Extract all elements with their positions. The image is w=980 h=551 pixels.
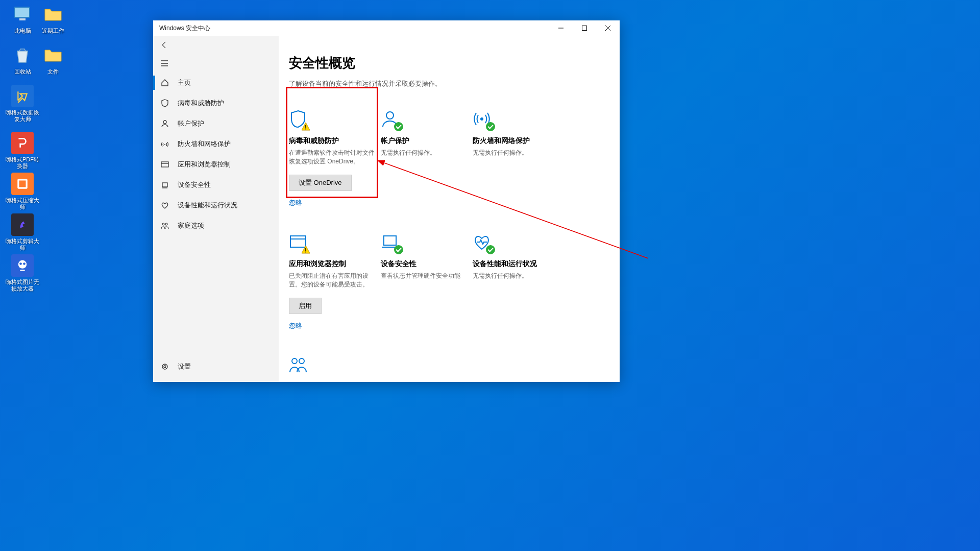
svg-rect-18 [162, 183, 167, 187]
tile-desc: 查看状态并管理硬件安全功能 [381, 272, 468, 280]
antenna-ok-icon [473, 110, 493, 129]
back-button[interactable] [153, 36, 279, 54]
tile-performance[interactable]: 设备性能和运行状况 无需执行任何操作。 [473, 228, 565, 336]
heart-ok-icon [473, 233, 493, 252]
app-icon [11, 132, 34, 154]
sidebar-item-virus[interactable]: 病毒和威胁防护 [153, 93, 279, 113]
svg-point-6 [23, 262, 26, 265]
this-pc-icon [11, 3, 34, 26]
window-icon [160, 160, 169, 169]
sidebar: 主页 病毒和威胁防护 帐户保护 防火墙和网络保护 应用和浏览器控制 [153, 36, 279, 382]
desktop-icon-label: 嗨格式数据恢复大师 [4, 109, 41, 123]
svg-point-23 [164, 366, 166, 368]
tiles-grid: 病毒和威胁防护 在遭遇勒索软件攻击时针对文件恢复选项设置 OneDrive。 设… [289, 105, 594, 382]
close-button[interactable] [596, 20, 620, 36]
shield-icon [160, 99, 169, 108]
tile-title: 防火墙和网络保护 [473, 136, 559, 146]
svg-point-22 [162, 364, 167, 369]
desktop-icon-label: 嗨格式PDF转换器 [4, 156, 41, 170]
svg-point-14 [163, 121, 166, 124]
family-icon [160, 221, 169, 230]
desktop-icon-label: 近期工作 [35, 28, 71, 34]
sidebar-item-appbrowser[interactable]: 应用和浏览器控制 [153, 154, 279, 175]
gear-icon [160, 362, 169, 371]
svg-rect-0 [14, 7, 30, 17]
page-subtitle: 了解设备当前的安全性和运行情况并采取必要操作。 [289, 79, 594, 88]
sidebar-item-home[interactable]: 主页 [153, 73, 279, 93]
tile-desc: 在遭遇勒索软件攻击时针对文件恢复选项设置 OneDrive。 [289, 149, 376, 166]
tile-family[interactable]: 家庭选项 管理你的家人使用设备的方式。 [289, 351, 381, 382]
sidebar-item-account[interactable]: 帐户保护 [153, 113, 279, 134]
desktop-icon-folder1[interactable]: 近期工作 [35, 3, 71, 34]
svg-point-25 [305, 129, 306, 130]
chip-icon [160, 180, 169, 189]
main-content: 安全性概览 了解设备当前的安全性和运行情况并采取必要操作。 病毒和威胁防护 在遭… [279, 36, 620, 382]
dismiss-link[interactable]: 忽略 [289, 321, 376, 330]
sidebar-item-label: 家庭选项 [178, 221, 204, 230]
app-icon [11, 213, 34, 236]
svg-point-31 [305, 251, 306, 252]
laptop-ok-icon [381, 233, 401, 252]
app-icon [11, 85, 34, 107]
desktop-icon-label: 文件 [35, 68, 71, 75]
shield-warning-icon [289, 110, 309, 129]
hamburger-button[interactable] [153, 54, 279, 73]
tile-title: 设备性能和运行状况 [473, 259, 559, 269]
security-center-window: Windows 安全中心 主页 病毒和威胁防护 帐户保护 [153, 20, 620, 382]
setup-onedrive-button[interactable]: 设置 OneDrive [289, 175, 352, 191]
svg-rect-8 [582, 26, 587, 31]
svg-point-15 [164, 144, 165, 145]
sidebar-settings[interactable]: 设置 [153, 356, 279, 377]
svg-rect-3 [19, 181, 26, 187]
desktop-icon-app5[interactable]: 嗨格式图片无损放大器 [4, 254, 41, 292]
desktop-icon-app3[interactable]: 嗨格式压缩大师 [4, 173, 41, 210]
person-icon [160, 119, 169, 128]
tile-appbrowser[interactable]: 应用和浏览器控制 已关闭阻止潜在有害应用的设置。您的设备可能易受攻击。 启用 忽… [289, 228, 381, 336]
desktop-icon-app2[interactable]: 嗨格式PDF转换器 [4, 132, 41, 170]
svg-point-21 [165, 223, 167, 225]
desktop-icon-app4[interactable]: 嗨格式剪辑大师 [4, 213, 41, 251]
folder-icon [42, 3, 64, 26]
sidebar-item-label: 防火墙和网络保护 [178, 139, 231, 149]
sidebar-item-label: 帐户保护 [178, 119, 204, 128]
sidebar-item-firewall[interactable]: 防火墙和网络保护 [153, 134, 279, 154]
svg-point-35 [299, 358, 304, 364]
sidebar-settings-label: 设置 [178, 362, 191, 371]
svg-rect-16 [161, 162, 168, 167]
tile-virus[interactable]: 病毒和威胁防护 在遭遇勒索软件攻击时针对文件恢复选项设置 OneDrive。 设… [289, 105, 381, 212]
family-icon [289, 356, 309, 375]
tile-title: 应用和浏览器控制 [289, 259, 376, 269]
desktop-icon-folder2[interactable]: 文件 [35, 44, 71, 75]
home-icon [160, 78, 169, 87]
tile-device[interactable]: 设备安全性 查看状态并管理硬件安全功能 [381, 228, 473, 336]
svg-point-34 [292, 358, 297, 364]
sidebar-item-label: 主页 [178, 78, 191, 87]
tile-title: 病毒和威胁防护 [289, 136, 376, 146]
enable-button[interactable]: 启用 [289, 298, 322, 314]
sidebar-item-performance[interactable]: 设备性能和运行状况 [153, 195, 279, 215]
tile-desc: 无需执行任何操作。 [473, 149, 559, 157]
maximize-button[interactable] [573, 20, 596, 36]
tile-account[interactable]: 帐户保护 无需执行任何操作。 [381, 105, 473, 212]
tile-desc: 无需执行任何操作。 [473, 272, 559, 280]
svg-point-26 [386, 112, 394, 119]
svg-point-27 [481, 118, 483, 120]
sidebar-item-label: 设备安全性 [178, 180, 211, 189]
person-ok-icon [381, 110, 401, 129]
svg-point-4 [18, 260, 27, 269]
dismiss-link[interactable]: 忽略 [289, 198, 376, 207]
app-icon [11, 254, 34, 277]
desktop-icon-app1[interactable]: 嗨格式数据恢复大师 [4, 85, 41, 123]
tile-desc: 已关闭阻止潜在有害应用的设置。您的设备可能易受攻击。 [289, 272, 376, 290]
antenna-icon [160, 139, 169, 149]
svg-rect-1 [19, 18, 26, 20]
tile-firewall[interactable]: 防火墙和网络保护 无需执行任何操作。 [473, 105, 565, 212]
sidebar-item-device[interactable]: 设备安全性 [153, 175, 279, 195]
sidebar-item-family[interactable]: 家庭选项 [153, 215, 279, 236]
titlebar[interactable]: Windows 安全中心 [153, 20, 620, 36]
desktop-icon-label: 嗨格式图片无损放大器 [4, 279, 41, 292]
svg-point-20 [162, 223, 164, 225]
tile-desc: 无需执行任何操作。 [381, 149, 468, 157]
minimize-button[interactable] [549, 20, 573, 36]
app-icon [11, 173, 34, 195]
